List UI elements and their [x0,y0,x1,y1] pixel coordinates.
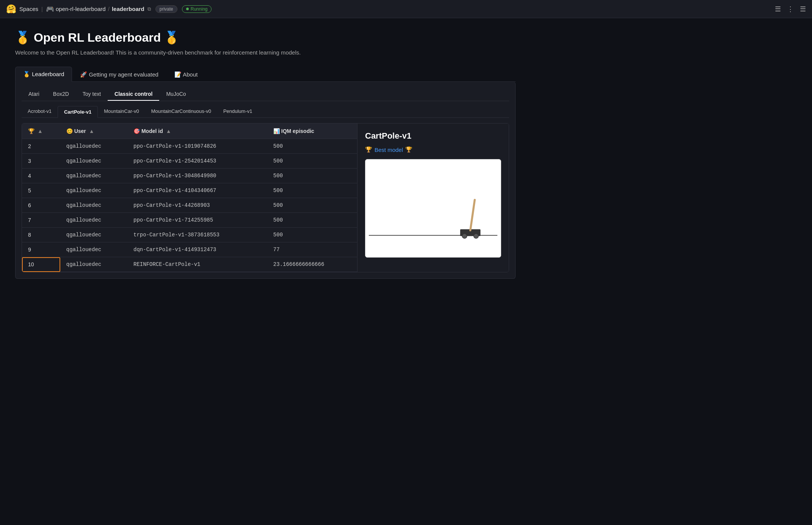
tab-pendulum-label: Pendulum-v1 [223,108,252,114]
cell-rank: 8 [22,228,60,242]
col-user[interactable]: 😊 User ▲ [60,123,127,139]
cell-rank: 3 [22,154,60,169]
repo-icon: 🎮 [46,5,54,13]
cell-model-id: dqn-CartPole-v1-4149312473 [127,242,267,257]
cell-model-id: ppo-CartPole-v1-3048649980 [127,169,267,183]
running-badge: Running [182,5,212,13]
cell-user: qgallouedec [60,257,127,272]
table-header-row: 🏆 ▲ 😊 User ▲ 🎯 Model id ▲ 📊 IQM episodic [22,123,357,139]
tab-about[interactable]: 📝 About [166,67,206,82]
tab-classic-control[interactable]: Classic control [108,88,159,101]
repo-owner[interactable]: open-rl-leaderboard [56,6,106,12]
cell-model-id: trpo-CartPole-v1-3873618553 [127,228,267,242]
cell-iqm: 500 [267,154,357,169]
tab-cartpole-label: CartPole-v1 [64,109,91,115]
cartpole-svg [365,159,501,257]
cell-iqm: 500 [267,169,357,183]
tab-mountaincar-cont[interactable]: MountainCarContinuous-v0 [145,106,217,117]
col-model-id[interactable]: 🎯 Model id ▲ [127,123,267,139]
tab-cartpole[interactable]: CartPole-v1 [58,106,98,118]
svg-point-4 [474,234,478,238]
cell-rank: 4 [22,169,60,183]
queue-icon[interactable]: ☰ [775,5,781,13]
best-model-section: 🏆 Best model 🏆 [365,146,501,153]
repo-separator: / [108,6,110,12]
svg-point-3 [462,234,467,238]
cell-rank: 5 [22,183,60,198]
table-row[interactable]: 9qgallouedecdqn-CartPole-v1-414931247377 [22,242,357,257]
cell-iqm: 500 [267,213,357,228]
tab-atari-label: Atari [28,91,39,97]
cell-user: qgallouedec [60,154,127,169]
cell-model-id: ppo-CartPole-v1-4104340667 [127,183,267,198]
page-subtitle: Welcome to the Open RL Leaderboard! This… [15,49,516,56]
table-row[interactable]: 10qgallouedecREINFORCE-CartPole-v123.166… [22,257,357,272]
copy-icon[interactable]: ⧉ [147,6,151,12]
cell-rank: 7 [22,213,60,228]
best-model-link[interactable]: Best model [375,147,403,153]
table-row[interactable]: 4qgallouedecppo-CartPole-v1-304864998050… [22,169,357,183]
leaderboard-panel: Atari Box2D Toy text Classic control MuJ… [15,82,516,279]
cell-user: qgallouedec [60,169,127,183]
leaderboard-table: 🏆 ▲ 😊 User ▲ 🎯 Model id ▲ 📊 IQM episodic [22,123,357,272]
tab-getting-evaluated-label: 🚀 Getting my agent evaluated [80,71,158,78]
user-sort-arrow: ▲ [89,128,94,134]
tab-mujoco[interactable]: MuJoCo [159,88,193,101]
side-panel: CartPole-v1 🏆 Best model 🏆 [357,123,509,272]
category-tabs: Atari Box2D Toy text Classic control MuJ… [22,88,509,101]
col-rank[interactable]: 🏆 ▲ [22,123,60,139]
table-row[interactable]: 7qgallouedecppo-CartPole-v1-714255985500 [22,213,357,228]
best-model-trophy-right: 🏆 [405,146,412,153]
tab-toy-text[interactable]: Toy text [76,88,108,101]
cell-iqm: 500 [267,183,357,198]
tab-pendulum[interactable]: Pendulum-v1 [217,106,259,117]
cell-iqm: 500 [267,139,357,154]
private-badge: private [155,5,177,13]
tab-mountaincar-cont-label: MountainCarContinuous-v0 [151,108,211,114]
env-tabs: Acrobot-v1 CartPole-v1 MountainCar-v0 Mo… [22,106,509,118]
table-row[interactable]: 2qgallouedecppo-CartPole-v1-101907482650… [22,139,357,154]
tab-mountaincar[interactable]: MountainCar-v0 [98,106,145,117]
cell-model-id: ppo-CartPole-v1-44268903 [127,198,267,213]
hamburger-menu-icon[interactable]: ☰ [800,5,806,13]
tab-leaderboard[interactable]: 🥇 Leaderboard [15,67,72,82]
side-panel-title: CartPole-v1 [365,131,501,141]
tab-atari[interactable]: Atari [22,88,46,101]
more-options-icon[interactable]: ⋮ [787,5,794,13]
top-bar-icons: ☰ ⋮ ☰ [775,5,806,13]
top-bar: 🤗 Spaces | 🎮 open-rl-leaderboard / leade… [0,0,812,18]
cell-rank: 6 [22,198,60,213]
cell-model-id: ppo-CartPole-v1-1019074826 [127,139,267,154]
tab-acrobot-label: Acrobot-v1 [28,108,52,114]
model-sort-arrow: ▲ [166,128,171,134]
table-row[interactable]: 8qgallouedectrpo-CartPole-v1-38736185535… [22,228,357,242]
cell-user: qgallouedec [60,183,127,198]
tab-getting-evaluated[interactable]: 🚀 Getting my agent evaluated [72,67,166,82]
tab-toy-text-label: Toy text [83,91,101,97]
cell-user: qgallouedec [60,198,127,213]
rank-sort-arrow: ▲ [38,128,43,134]
cell-iqm: 500 [267,198,357,213]
best-model-trophy-left: 🏆 [365,146,372,153]
page-title: 🥇 Open RL Leaderboard 🥇 [15,30,516,45]
table-row[interactable]: 6qgallouedecppo-CartPole-v1-44268903500 [22,198,357,213]
table-row[interactable]: 5qgallouedecppo-CartPole-v1-410434066750… [22,183,357,198]
cell-iqm: 23.1666666666666 [267,257,357,272]
outer-tabs: 🥇 Leaderboard 🚀 Getting my agent evaluat… [15,66,516,82]
tab-box2d-label: Box2D [53,91,69,97]
cell-rank: 2 [22,139,60,154]
table-row[interactable]: 3qgallouedecppo-CartPole-v1-254201445350… [22,154,357,169]
table-wrapper: 🏆 ▲ 😊 User ▲ 🎯 Model id ▲ 📊 IQM episodic [22,123,357,272]
content-area: 🏆 ▲ 😊 User ▲ 🎯 Model id ▲ 📊 IQM episodic [22,123,509,272]
spaces-label[interactable]: Spaces [19,6,38,12]
cell-iqm: 500 [267,228,357,242]
tab-box2d[interactable]: Box2D [46,88,76,101]
col-iqm[interactable]: 📊 IQM episodic [267,123,357,139]
cell-user: qgallouedec [60,228,127,242]
cell-model-id: ppo-CartPole-v1-2542014453 [127,154,267,169]
cell-rank: 9 [22,242,60,257]
tab-mountaincar-label: MountainCar-v0 [104,108,139,114]
repo-name[interactable]: leaderboard [112,6,144,12]
tab-acrobot[interactable]: Acrobot-v1 [22,106,58,117]
top-bar-title: Spaces | 🎮 open-rl-leaderboard / leaderb… [19,5,151,13]
